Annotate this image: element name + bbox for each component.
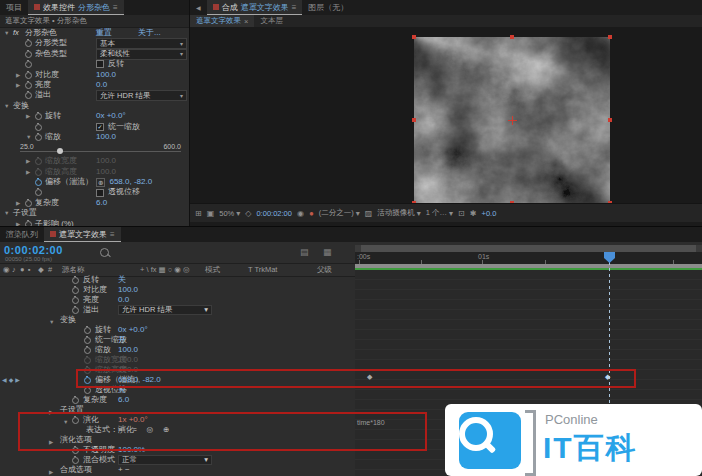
search-icon[interactable] bbox=[100, 248, 109, 257]
timeline-dropdown[interactable]: 正常▾ bbox=[118, 455, 212, 465]
timeline-row[interactable]: 混合模式正常▾ bbox=[0, 455, 355, 465]
twirl-icon[interactable]: ▶ bbox=[16, 70, 20, 80]
selection-handle[interactable] bbox=[608, 118, 612, 122]
effect-row[interactable]: ▶复杂度6.0 bbox=[0, 198, 189, 208]
timeline-row[interactable]: 反转关 bbox=[0, 275, 355, 285]
resolution-select[interactable]: (二分之一) ▾ bbox=[319, 208, 360, 218]
stopwatch-icon[interactable] bbox=[35, 113, 42, 120]
camera-select[interactable]: 活动摄像机 ▾ bbox=[377, 208, 421, 218]
timeline-row-value[interactable]: 开 bbox=[118, 335, 126, 345]
twirl-icon[interactable]: ▶ bbox=[26, 111, 30, 121]
timeline-dropdown[interactable]: 允许 HDR 结果▾ bbox=[118, 305, 212, 315]
timeline-row[interactable]: 统一缩放开 bbox=[0, 335, 355, 345]
stopwatch-icon[interactable] bbox=[35, 158, 42, 165]
effect-row[interactable]: ▶亮度0.0 bbox=[0, 80, 189, 90]
twirl-icon[interactable]: ▼ bbox=[4, 101, 9, 111]
viewer-tab-inactive[interactable]: 文本层 bbox=[254, 15, 289, 27]
reset-link[interactable]: 重置 bbox=[96, 28, 112, 38]
stopwatch-icon[interactable] bbox=[72, 277, 79, 284]
effect-row[interactable]: ▶对比度100.0 bbox=[0, 70, 189, 80]
timeline-row-value[interactable]: + − bbox=[118, 465, 130, 475]
close-icon[interactable]: × bbox=[244, 17, 248, 26]
effect-row-value[interactable]: 0x +0.0° bbox=[96, 111, 126, 121]
stopwatch-icon[interactable] bbox=[72, 457, 79, 464]
effect-row-value[interactable]: 6.0 bbox=[96, 198, 107, 208]
mask-visibility-icon[interactable]: ◇ bbox=[245, 209, 251, 218]
stopwatch-icon[interactable] bbox=[25, 200, 32, 207]
effect-row-value[interactable]: 100.0 bbox=[96, 167, 116, 177]
stopwatch-icon[interactable] bbox=[72, 287, 79, 294]
stopwatch-icon[interactable] bbox=[84, 387, 91, 394]
twirl-icon[interactable]: ▶ bbox=[26, 167, 30, 177]
twirl-icon[interactable]: ▶ bbox=[26, 156, 30, 166]
selection-handle[interactable] bbox=[510, 35, 514, 39]
effect-row[interactable]: ▶旋转0x +0.0° bbox=[0, 111, 189, 121]
viewer-tab-active[interactable]: 遮罩文字效果 × bbox=[190, 15, 254, 27]
timeline-row-value[interactable]: 0.0 bbox=[118, 295, 129, 305]
about-link[interactable]: 关于... bbox=[138, 28, 161, 38]
effect-row[interactable]: 反转 bbox=[0, 59, 189, 69]
effect-row[interactable]: ▼缩放100.0 bbox=[0, 132, 189, 142]
effect-row[interactable]: ▶缩放宽度100.0 bbox=[0, 156, 189, 166]
effect-checkbox[interactable] bbox=[96, 189, 104, 197]
stopwatch-icon[interactable] bbox=[25, 92, 32, 99]
timeline-row-value[interactable]: 0x +0.0° bbox=[118, 325, 148, 335]
stopwatch-icon[interactable] bbox=[72, 297, 79, 304]
effect-row-value[interactable]: 658.0, -82.0 bbox=[109, 177, 152, 187]
slider-track[interactable] bbox=[20, 151, 181, 152]
effect-row[interactable]: 25.0600.0 bbox=[0, 142, 189, 156]
stopwatch-icon[interactable] bbox=[35, 189, 42, 196]
timeline-row-value[interactable]: 100.0 bbox=[118, 355, 138, 365]
effect-row-value[interactable]: 100.0 bbox=[96, 70, 116, 80]
effect-row-value[interactable]: 0.0 bbox=[96, 80, 107, 90]
channels-icon[interactable]: ● bbox=[309, 209, 314, 218]
stopwatch-icon[interactable] bbox=[84, 357, 91, 364]
slider-knob[interactable] bbox=[57, 148, 63, 154]
timeline-row[interactable]: 缩放宽度100.0 bbox=[0, 355, 355, 365]
panel-menu-icon[interactable]: ≡ bbox=[110, 230, 115, 239]
effect-row[interactable]: 透视位移 bbox=[0, 187, 189, 197]
anchor-point-icon[interactable] bbox=[512, 116, 513, 125]
composition-viewport[interactable] bbox=[190, 27, 702, 204]
tab-effect-controls[interactable]: 效果控件 分形杂色 ≡ bbox=[28, 0, 124, 15]
twirl-icon[interactable]: ▼ bbox=[4, 208, 9, 218]
selection-handle[interactable] bbox=[412, 35, 416, 39]
viewer-timecode[interactable]: 0:00:02:00 bbox=[256, 209, 291, 218]
tab-scroll-left[interactable]: ◀ bbox=[190, 0, 207, 15]
stopwatch-icon[interactable] bbox=[35, 134, 42, 141]
view-layout-select[interactable]: 1 个… ▾ bbox=[426, 208, 453, 218]
panel-menu-icon[interactable]: ≡ bbox=[113, 3, 118, 12]
keyframe-navigator[interactable]: ◀◆▶ bbox=[2, 375, 22, 385]
effect-checkbox[interactable] bbox=[96, 60, 104, 68]
work-area-bar[interactable] bbox=[355, 245, 702, 252]
stopwatch-icon[interactable] bbox=[35, 179, 42, 186]
pixel-aspect-icon[interactable]: ⊡ bbox=[458, 209, 465, 218]
tab-render-queue[interactable]: 渲染队列 bbox=[0, 227, 44, 242]
effect-row[interactable]: 溢出允许 HDR 结果▾ bbox=[0, 90, 189, 100]
stopwatch-icon[interactable] bbox=[25, 72, 32, 79]
stopwatch-icon[interactable] bbox=[25, 82, 32, 89]
stopwatch-icon[interactable] bbox=[84, 327, 91, 334]
stopwatch-icon[interactable] bbox=[25, 40, 32, 47]
tab-layer-viewer[interactable]: 图层（无） bbox=[302, 0, 354, 15]
always-preview-icon[interactable]: ⊞ bbox=[195, 209, 202, 218]
timeline-row-value[interactable]: 6.0 bbox=[118, 395, 129, 405]
timeline-row[interactable]: ▶合成选项+ − bbox=[0, 465, 355, 475]
current-time-display[interactable]: 0:00:02:00 bbox=[4, 244, 63, 256]
point-target-button[interactable]: ⊕ bbox=[96, 178, 105, 187]
panel-menu-icon[interactable]: ≡ bbox=[292, 3, 297, 12]
stopwatch-icon[interactable] bbox=[35, 124, 42, 131]
selection-handle[interactable] bbox=[412, 118, 416, 122]
tab-composition[interactable]: 合成 遮罩文字效果 ≡ bbox=[207, 0, 303, 15]
stopwatch-icon[interactable] bbox=[84, 347, 91, 354]
timeline-row-value[interactable]: 关 bbox=[118, 275, 126, 285]
timeline-row-value[interactable]: 100.0 bbox=[118, 285, 138, 295]
stopwatch-icon[interactable] bbox=[72, 307, 79, 314]
timeline-row[interactable]: 复杂度6.0 bbox=[0, 395, 355, 405]
timeline-row[interactable]: 旋转0x +0.0° bbox=[0, 325, 355, 335]
effect-row[interactable]: 杂色类型柔和线性▾ bbox=[0, 49, 189, 59]
stopwatch-icon[interactable] bbox=[72, 397, 79, 404]
stopwatch-icon[interactable] bbox=[25, 51, 32, 58]
timeline-row[interactable]: 亮度0.0 bbox=[0, 295, 355, 305]
timeline-row[interactable]: 对比度100.0 bbox=[0, 285, 355, 295]
